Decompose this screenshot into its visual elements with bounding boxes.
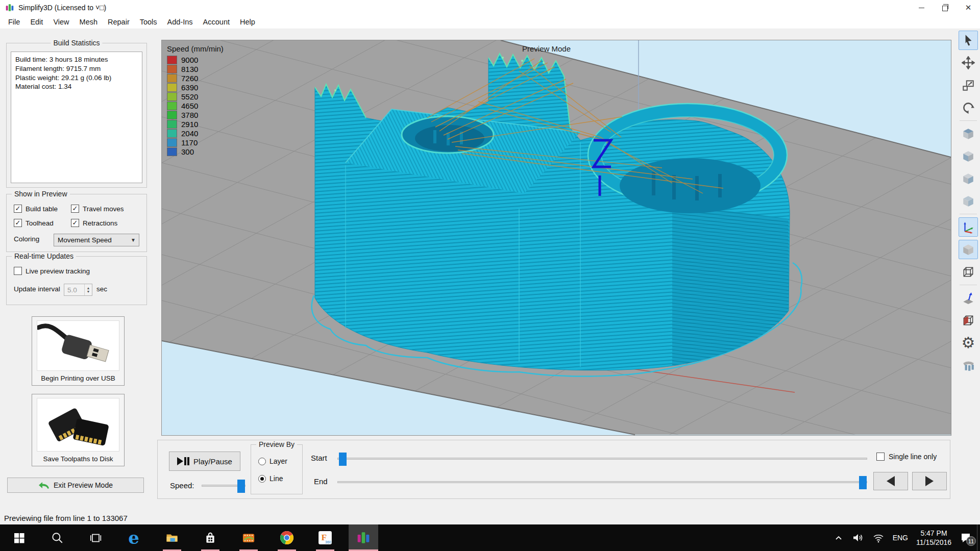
taskbar-search-button[interactable]: [42, 524, 72, 551]
view-top-button[interactable]: [959, 124, 978, 143]
movie-maker-icon: [241, 531, 256, 545]
tray-expand-button[interactable]: [834, 533, 844, 543]
scene-canvas: [162, 40, 951, 435]
scale-tool-button[interactable]: [959, 76, 978, 95]
taskbar-simplify3d-button[interactable]: [349, 524, 378, 551]
menu-tools[interactable]: Tools: [135, 15, 162, 29]
menu-view[interactable]: View: [48, 15, 74, 29]
menu-repair[interactable]: Repair: [103, 15, 135, 29]
end-slider[interactable]: [337, 481, 867, 483]
radio-icon[interactable]: [258, 475, 266, 483]
task-view-button[interactable]: [81, 524, 110, 551]
checkbox-icon[interactable]: [14, 219, 22, 227]
settings-button[interactable]: ⚙: [959, 333, 978, 353]
taskbar-moviemaker-button[interactable]: [234, 524, 263, 551]
show-model-button[interactable]: [959, 240, 978, 259]
restore-button[interactable]: [933, 0, 957, 15]
save-toolpaths-disk-button[interactable]: Save Toolpaths to Disk: [32, 394, 125, 466]
step-forward-button[interactable]: [912, 472, 947, 490]
menu-file[interactable]: File: [3, 15, 25, 29]
taskbar-edge-button[interactable]: e: [119, 524, 149, 551]
start-slider[interactable]: [337, 458, 867, 460]
checkbox-icon[interactable]: [14, 205, 22, 213]
spinner-down-icon[interactable]: ▼: [87, 290, 90, 293]
speed-slider-thumb[interactable]: [237, 480, 245, 493]
move-tool-button[interactable]: [959, 53, 978, 72]
menu-account[interactable]: Account: [198, 15, 235, 29]
menu-help[interactable]: Help: [235, 15, 260, 29]
cube-front-view-icon: [962, 149, 975, 163]
menu-add-ins[interactable]: Add-Ins: [162, 15, 198, 29]
legend-row: 9000: [167, 55, 224, 64]
cross-section-button[interactable]: [959, 311, 978, 330]
show-axes-button[interactable]: [959, 217, 978, 237]
volume-button[interactable]: [852, 532, 864, 544]
surface-normals-button[interactable]: [959, 288, 978, 308]
checkbox-build-table[interactable]: Build table: [14, 205, 58, 213]
speed-slider[interactable]: [202, 485, 246, 487]
minimize-button[interactable]: [910, 0, 933, 15]
toolbar-separator: [960, 285, 977, 285]
update-interval-unit: sec: [96, 285, 107, 293]
svg-text:360: 360: [325, 540, 331, 544]
checkbox-toolhead[interactable]: Toolhead: [14, 219, 54, 227]
file-explorer-icon: [165, 531, 179, 545]
taskbar-explorer-button[interactable]: [157, 524, 187, 551]
checkbox-retractions[interactable]: Retractions: [71, 219, 117, 227]
taskbar-chrome-button[interactable]: [272, 524, 302, 551]
language-indicator[interactable]: ENG: [893, 534, 908, 542]
legend-row: 6390: [167, 83, 224, 92]
play-pause-button[interactable]: Play/Pause: [169, 452, 240, 471]
view-front-button[interactable]: [959, 146, 978, 166]
cursor-icon: [962, 34, 975, 47]
left-arrow-icon: [887, 476, 895, 486]
legend-row: 2910: [167, 119, 224, 129]
spinner-up-icon[interactable]: ▲: [87, 287, 90, 289]
clock[interactable]: 5:47 PM 11/15/2016: [916, 529, 951, 547]
taskbar-fusion360-button[interactable]: F 360: [310, 524, 340, 551]
speaker-icon: [852, 532, 864, 544]
network-button[interactable]: [872, 532, 885, 544]
update-interval-value[interactable]: 5.0: [64, 286, 84, 294]
legend-swatch: [167, 120, 177, 129]
coloring-dropdown[interactable]: Movement Speed ▼: [54, 234, 139, 246]
step-back-button[interactable]: [873, 472, 908, 490]
checkbox-icon[interactable]: [71, 219, 79, 227]
single-line-only-checkbox[interactable]: Single line only: [876, 453, 937, 461]
view-side-button[interactable]: [959, 169, 978, 188]
taskbar-store-button[interactable]: [195, 524, 225, 551]
checkbox-label: Toolhead: [26, 219, 54, 227]
toolbar-separator: [960, 214, 977, 214]
begin-printing-usb-button[interactable]: Begin Printing over USB: [32, 316, 125, 386]
checkbox-icon[interactable]: [71, 205, 79, 213]
start-button[interactable]: [4, 524, 34, 551]
action-center-button[interactable]: 11: [960, 532, 972, 544]
checkbox-icon[interactable]: [876, 453, 885, 461]
chevron-down-icon: ▼: [131, 237, 136, 243]
rotate-tool-button[interactable]: [959, 98, 978, 117]
spinner-arrows[interactable]: ▲▼: [84, 284, 92, 295]
menu-mesh[interactable]: Mesh: [75, 15, 103, 29]
coordinate-axes-icon: [962, 220, 975, 234]
radio-icon[interactable]: [258, 458, 266, 465]
view-iso-button[interactable]: [959, 191, 978, 211]
update-interval-spinner[interactable]: 5.0 ▲▼: [64, 284, 92, 296]
radio-line[interactable]: Line: [258, 474, 283, 483]
preview-3d-viewport[interactable]: Speed (mm/min) 9000 8130 7260 6390 5520 …: [161, 40, 951, 436]
radio-layer[interactable]: Layer: [258, 457, 287, 465]
cube-iso-view-icon: [962, 194, 975, 208]
select-tool-button[interactable]: [959, 31, 978, 50]
wireframe-button[interactable]: [959, 262, 978, 282]
menu-edit[interactable]: Edit: [25, 15, 48, 29]
start-slider-thumb[interactable]: [339, 453, 347, 466]
notification-badge: 11: [966, 536, 976, 546]
checkbox-travel-moves[interactable]: Travel moves: [71, 205, 124, 213]
end-slider-thumb[interactable]: [859, 476, 867, 489]
legend-row: 300: [167, 147, 224, 156]
checkbox-icon[interactable]: [14, 267, 22, 275]
show-desktop-button[interactable]: [977, 524, 980, 551]
close-button[interactable]: ✕: [957, 0, 980, 15]
supports-button[interactable]: [959, 356, 978, 375]
exit-preview-mode-button[interactable]: Exit Preview Mode: [7, 478, 144, 493]
checkbox-live-preview-tracking[interactable]: Live preview tracking: [14, 267, 90, 275]
